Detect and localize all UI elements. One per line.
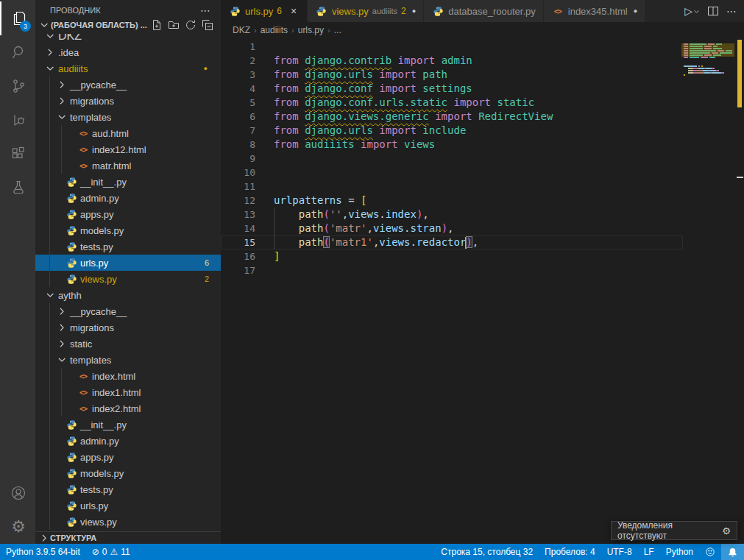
tree-item-index.html[interactable]: <>index.html	[35, 368, 221, 384]
code-line-15[interactable]: 15 path('matr1',views.redactor),	[221, 235, 683, 249]
eol[interactable]: LF	[638, 544, 660, 560]
code-line-7[interactable]: 7from django.urls import include	[221, 124, 683, 138]
cursor-position[interactable]: Строка 15, столбец 32	[435, 544, 539, 560]
indentation[interactable]: Пробелов: 4	[539, 544, 601, 560]
tree-item-apps.py[interactable]: apps.py	[35, 449, 221, 465]
code-line-10[interactable]: 10	[221, 166, 683, 180]
code-editor[interactable]: 12from django.contrib import admin3from …	[221, 38, 744, 544]
new-folder-icon[interactable]	[168, 19, 180, 31]
tree-item-templates[interactable]: templates	[35, 352, 221, 368]
code-line-8[interactable]: 8from audiiits import views	[221, 138, 683, 152]
tab-index345.html[interactable]: <>index345.html●	[544, 0, 645, 22]
tab-database_roouter.py[interactable]: database_roouter.py	[424, 0, 544, 22]
run-python-file-button[interactable]: ▷	[684, 5, 700, 17]
tree-item-label: aythh	[58, 290, 82, 301]
indent-guide	[44, 417, 56, 433]
tree-item-index2.html[interactable]: <>index2.html	[35, 400, 221, 417]
settings-gear-icon[interactable]: ⚙	[0, 510, 35, 544]
code-line-12[interactable]: 12urlpatterns = [	[221, 194, 683, 208]
tree-item-audiiits[interactable]: audiiits●	[35, 60, 221, 77]
tree-item-index12.html[interactable]: <>index12.html	[35, 141, 221, 157]
outline-section-header[interactable]: СТРУКТУРА	[35, 531, 221, 544]
code-line-5[interactable]: 5from django.conf.urls.static import sta…	[221, 96, 683, 110]
tree-item-__init__.py[interactable]: __init__.py	[35, 417, 221, 433]
tree-item-matr.html[interactable]: <>matr.html	[35, 157, 221, 174]
breadcrumb-item[interactable]: urls.py	[298, 25, 324, 35]
tab-views.py[interactable]: views.pyaudiiits2●	[308, 0, 424, 22]
code-token: admin	[442, 54, 472, 66]
tree-item-aythh[interactable]: aythh	[35, 287, 221, 303]
code-token: (	[323, 236, 329, 248]
code-token: ,	[422, 208, 428, 220]
testing-icon[interactable]	[0, 171, 35, 205]
tree-item-models.py[interactable]: models.py	[35, 222, 221, 238]
problems-status[interactable]: ⊘ 0 ⚠ 11	[86, 544, 136, 560]
extensions-icon[interactable]	[0, 137, 35, 171]
encoding[interactable]: UTF-8	[601, 544, 638, 560]
code-line-16[interactable]: 16]	[221, 249, 683, 263]
code-token: from	[274, 110, 299, 122]
code-line-2[interactable]: 2from django.contrib import admin	[221, 54, 683, 68]
notification-settings-gear-icon[interactable]: ⚙	[722, 525, 731, 536]
minimap[interactable]	[684, 41, 732, 79]
notifications-bell-icon[interactable]	[721, 544, 744, 560]
tree-item-migrations[interactable]: migrations	[35, 319, 221, 336]
tree-item-models.py[interactable]: models.py	[35, 465, 221, 481]
code-line-9[interactable]: 9	[221, 152, 683, 166]
tree-item-urls.py[interactable]: urls.py6	[35, 255, 221, 271]
code-line-6[interactable]: 6from django.views.generic import Redire…	[221, 110, 683, 124]
tab-urls.py[interactable]: urls.py6×	[221, 0, 308, 22]
code-line-4[interactable]: 4from django.conf import settings	[221, 82, 683, 96]
indent-guide	[56, 141, 68, 157]
close-icon[interactable]: ×	[288, 5, 300, 17]
tree-item-views.py[interactable]: views.py	[35, 514, 221, 530]
tree-item-admin.py[interactable]: admin.py	[35, 190, 221, 206]
code-line-3[interactable]: 3from django.urls import path	[221, 68, 683, 82]
breadcrumb-item[interactable]: audiiits	[261, 25, 288, 35]
tree-item-root[interactable]: DKZ	[35, 34, 221, 44]
sidebar-more-actions-icon[interactable]: ⋯	[200, 7, 210, 14]
editor-more-actions-icon[interactable]: ⋯	[726, 5, 737, 17]
account-icon[interactable]	[0, 476, 35, 510]
tree-item-__pycache__[interactable]: __pycache__	[35, 77, 221, 93]
tree-item-aud.html[interactable]: <>aud.html	[35, 125, 221, 141]
source-control-icon[interactable]	[0, 69, 35, 103]
tree-item-static[interactable]: static	[35, 336, 221, 352]
indent-guide	[56, 157, 68, 174]
breadcrumb-item[interactable]: ...	[334, 25, 341, 35]
language-mode[interactable]: Python	[660, 544, 699, 560]
python-file-icon	[65, 225, 78, 236]
tree-item-tests.py[interactable]: tests.py	[35, 238, 221, 255]
workspace-section-header[interactable]: (РАБОЧАЯ ОБЛАСТЬ) ...	[35, 16, 221, 34]
python-file-icon	[65, 177, 78, 188]
python-interpreter-status[interactable]: Python 3.9.5 64-bit	[0, 544, 86, 560]
new-file-icon[interactable]	[151, 19, 163, 31]
collapse-folders-icon[interactable]	[202, 19, 213, 31]
run-debug-icon[interactable]	[0, 103, 35, 137]
refresh-explorer-icon[interactable]	[185, 19, 196, 31]
tree-item-index1.html[interactable]: <>index1.html	[35, 384, 221, 400]
tree-item-label: __init__.py	[80, 177, 127, 188]
tree-item-tests.py[interactable]: tests.py	[35, 481, 221, 497]
code-line-14[interactable]: 14 path('matr',views.stran),	[221, 221, 683, 235]
tree-item-__init__.py[interactable]: __init__.py	[35, 174, 221, 190]
tree-item-admin.py[interactable]: admin.py	[35, 433, 221, 449]
code-line-11[interactable]: 11	[221, 180, 683, 194]
overview-ruler[interactable]	[734, 38, 744, 544]
code-token	[392, 54, 397, 66]
explorer-icon[interactable]: 3	[0, 1, 35, 35]
split-editor-icon[interactable]	[707, 5, 719, 17]
tree-item-__pycache__[interactable]: __pycache__	[35, 303, 221, 319]
tree-item-migrations[interactable]: migrations	[35, 93, 221, 109]
code-line-17[interactable]: 17	[221, 263, 683, 277]
tree-item-.idea[interactable]: .idea	[35, 44, 221, 60]
code-line-13[interactable]: 13 path('',views.index),	[221, 208, 683, 221]
tree-item-templates[interactable]: templates	[35, 109, 221, 125]
feedback-icon[interactable]	[699, 544, 721, 560]
code-line-1[interactable]: 1	[221, 40, 683, 54]
tree-item-views.py[interactable]: views.py2	[35, 271, 221, 287]
tree-item-urls.py[interactable]: urls.py	[35, 497, 221, 514]
breadcrumb-item[interactable]: DKZ	[233, 25, 250, 35]
tree-item-apps.py[interactable]: apps.py	[35, 206, 221, 222]
search-icon[interactable]	[0, 35, 35, 69]
